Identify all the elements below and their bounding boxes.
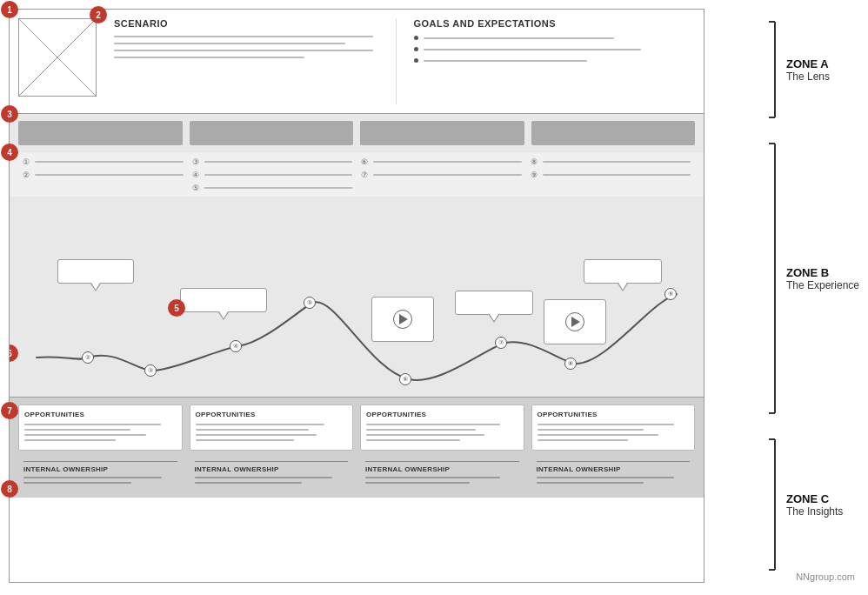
opp-title-2: OPPORTUNITIES bbox=[196, 411, 348, 418]
badge-5: 5 bbox=[168, 299, 185, 317]
opp-line-2-1 bbox=[196, 424, 324, 425]
journey-point-6: ⑥ bbox=[399, 373, 411, 385]
scenario-line-4 bbox=[114, 57, 304, 58]
bullet-3 bbox=[414, 58, 418, 63]
tab-3 bbox=[360, 121, 524, 145]
row-line-4-1 bbox=[543, 161, 691, 163]
tab-4 bbox=[531, 121, 696, 145]
goal-item-1 bbox=[414, 36, 687, 40]
speech-bubble-4 bbox=[584, 259, 662, 284]
opp-title-4: OPPORTUNITIES bbox=[537, 411, 690, 418]
zone-a-subtitle: The Lens bbox=[786, 70, 830, 83]
opp-line-4-1 bbox=[537, 424, 674, 425]
row-num-3: ③ bbox=[192, 157, 201, 166]
row-num-2: ② bbox=[23, 170, 31, 179]
speech-bubble-2 bbox=[180, 288, 267, 312]
content-col-3: ⑥ ⑦ bbox=[357, 157, 526, 197]
opp-line-1-4 bbox=[24, 439, 116, 441]
ownership-row: INTERNAL OWNERSHIP INTERNAL OWNERSHIP IN… bbox=[18, 458, 695, 491]
diagram-container: 1 2 SCENARIO GOALS AND EXPECTATIONS bbox=[9, 9, 704, 583]
goals-title: GOALS AND EXPECTATIONS bbox=[414, 18, 687, 29]
play-icon-1 bbox=[399, 314, 408, 324]
zone-b-label: ZONE B The Experience bbox=[786, 266, 859, 291]
zone-b-name: ZONE B bbox=[786, 266, 859, 279]
opp-line-3-1 bbox=[366, 424, 500, 425]
own-line-1-2 bbox=[23, 482, 131, 484]
play-button-2[interactable] bbox=[565, 312, 584, 331]
journey-point-7: ⑦ bbox=[495, 337, 507, 349]
content-rows: 4 ① ② ③ ④ bbox=[10, 152, 704, 197]
speech-bubble-3 bbox=[455, 291, 533, 315]
bullet-2 bbox=[414, 47, 418, 51]
zone-c-label: ZONE C The Insights bbox=[786, 492, 843, 518]
play-button-1[interactable] bbox=[393, 310, 412, 329]
goal-line-1 bbox=[424, 37, 614, 39]
tab-1 bbox=[18, 121, 183, 145]
row-4-1: ⑧ bbox=[531, 157, 691, 166]
own-title-1: INTERNAL OWNERSHIP bbox=[23, 461, 177, 473]
badge-3: 3 bbox=[1, 105, 18, 123]
scenario-line-1 bbox=[114, 36, 373, 37]
bullet-1 bbox=[414, 36, 418, 40]
journey-point-3: ③ bbox=[144, 364, 157, 377]
scenario-line-3 bbox=[114, 50, 373, 51]
goals-section: GOALS AND EXPECTATIONS bbox=[405, 18, 696, 104]
row-1-1: ① bbox=[23, 157, 184, 166]
own-line-1-1 bbox=[23, 477, 162, 478]
badge-1: 1 bbox=[1, 1, 18, 18]
opp-line-4-2 bbox=[537, 429, 644, 431]
goals-list bbox=[414, 36, 687, 63]
content-col-2: ③ ④ ⑤ bbox=[188, 157, 357, 197]
content-col-1: ① ② bbox=[18, 157, 188, 197]
opp-title-1: OPPORTUNITIES bbox=[24, 411, 177, 418]
goal-item-3 bbox=[414, 58, 687, 63]
play-icon-2 bbox=[571, 317, 580, 327]
badge-2: 2 bbox=[90, 6, 107, 23]
zone-b: 3 4 ① ② bbox=[10, 114, 704, 398]
opp-card-1: OPPORTUNITIES bbox=[18, 404, 183, 451]
zone-b-bracket bbox=[765, 139, 778, 418]
opp-line-1-1 bbox=[24, 424, 161, 425]
journey-area: 5 6 bbox=[10, 197, 704, 397]
row-line-2-1 bbox=[204, 161, 353, 163]
nngroup-footer: NNgroup.com bbox=[796, 572, 855, 582]
row-line-1-2 bbox=[35, 174, 184, 176]
zone-c-subtitle: The Insights bbox=[786, 505, 843, 518]
opp-card-4: OPPORTUNITIES bbox=[531, 404, 696, 451]
zone-c-bracket bbox=[765, 435, 778, 574]
row-line-2-3 bbox=[204, 187, 353, 189]
badge-8: 8 bbox=[1, 480, 18, 498]
journey-point-9: ⑨ bbox=[664, 288, 677, 300]
content-col-4: ⑧ ⑨ bbox=[526, 157, 696, 197]
journey-point-8: ⑧ bbox=[564, 358, 577, 370]
badge-7: 7 bbox=[1, 402, 18, 419]
row-line-1-1 bbox=[35, 161, 184, 163]
opp-line-2-4 bbox=[196, 439, 294, 441]
goal-line-2 bbox=[424, 49, 642, 50]
opportunities-grid: OPPORTUNITIES OPPORTUNITIES OPPORTUNITIE… bbox=[18, 404, 695, 451]
own-card-4: INTERNAL OWNERSHIP bbox=[531, 458, 696, 491]
own-card-3: INTERNAL OWNERSHIP bbox=[360, 458, 524, 491]
video-box-1 bbox=[371, 297, 434, 342]
scenario-line-2 bbox=[114, 43, 345, 44]
zone-a-bracket bbox=[765, 17, 778, 122]
zone-labels: ZONE A The Lens ZONE B The Experience ZO… bbox=[765, 9, 859, 583]
zone-a-label-group: ZONE A The Lens bbox=[765, 17, 830, 122]
row-4-2: ⑨ bbox=[531, 170, 691, 179]
own-line-2-1 bbox=[195, 477, 333, 478]
speech-bubble-1 bbox=[57, 259, 134, 284]
opp-title-3: OPPORTUNITIES bbox=[366, 411, 518, 418]
row-line-3-1 bbox=[373, 161, 522, 163]
own-line-4-2 bbox=[537, 482, 644, 484]
zone-a-label: ZONE A The Lens bbox=[786, 57, 830, 83]
zone-a-name: ZONE A bbox=[786, 57, 830, 70]
zone-b-subtitle: The Experience bbox=[786, 279, 859, 291]
row-num-1: ① bbox=[23, 157, 31, 166]
video-box-2 bbox=[544, 299, 606, 344]
own-title-3: INTERNAL OWNERSHIP bbox=[365, 461, 519, 473]
row-num-6: ⑥ bbox=[361, 157, 370, 166]
own-title-2: INTERNAL OWNERSHIP bbox=[195, 461, 349, 473]
journey-curve-svg bbox=[10, 197, 704, 397]
own-title-4: INTERNAL OWNERSHIP bbox=[537, 461, 691, 473]
own-line-4-1 bbox=[537, 477, 675, 478]
